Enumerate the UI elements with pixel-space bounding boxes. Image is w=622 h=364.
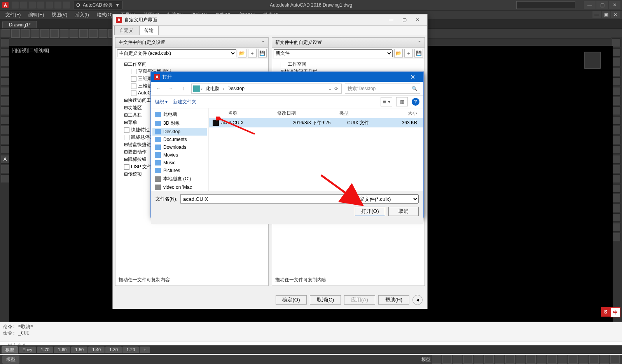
qat-saveas-icon[interactable] (37, 2, 44, 9)
tb-cut-icon[interactable] (60, 29, 68, 38)
qat-new-icon[interactable] (12, 2, 19, 9)
open-button[interactable]: 打开(O) (355, 207, 385, 216)
extend-icon[interactable] (612, 126, 620, 134)
cui-tab-customize[interactable]: 自定义 (114, 26, 138, 35)
file-row[interactable]: acad.CUIX 2016/8/3 下午9:25 CUIX 文件 363 KB (209, 118, 423, 127)
arc-icon[interactable] (1, 68, 9, 76)
edit-icon[interactable] (612, 213, 620, 222)
collapse-icon[interactable]: ⌃ (261, 40, 265, 45)
sidebar-item-desktop[interactable]: Desktop (152, 128, 207, 136)
status-anno-icon[interactable] (537, 355, 546, 364)
text-icon[interactable]: A (1, 155, 9, 164)
layout-tab[interactable]: 1-60 (54, 347, 70, 353)
cui-maximize-button[interactable]: ▢ (398, 16, 411, 24)
minimize-button[interactable]: — (584, 1, 596, 9)
menu-edit[interactable]: 编辑(E) (25, 11, 47, 19)
workspace-dropdown[interactable]: AutoCAD 经典 ▼ (73, 1, 122, 9)
qat-redo-icon[interactable] (63, 2, 70, 9)
breadcrumb[interactable]: › 此电脑 › Desktop ⌄ ⟳ (191, 84, 342, 94)
menu-view[interactable]: 视图(V) (49, 11, 70, 19)
cui-save-icon[interactable]: 💾 (414, 49, 423, 57)
status-otrack-icon[interactable] (484, 355, 494, 364)
cui-cancel-button[interactable]: 取消(C) (310, 295, 341, 305)
fillet-icon[interactable] (612, 165, 620, 173)
tb-print-icon[interactable] (31, 29, 39, 38)
rotate-icon[interactable] (612, 87, 620, 96)
chamfer-icon[interactable] (612, 155, 620, 164)
tb-block-icon[interactable] (99, 29, 107, 38)
cui-save-icon[interactable]: 💾 (258, 49, 267, 57)
layout-tab[interactable]: 1-50 (71, 347, 87, 353)
gradient-icon[interactable] (1, 174, 9, 183)
ime-indicator[interactable]: S 中 (601, 307, 620, 317)
filetype-filter[interactable]: 定义文件(*.cuix) (353, 194, 419, 204)
stretch-icon[interactable] (612, 106, 620, 115)
region-icon[interactable] (1, 136, 9, 144)
help-icon[interactable]: ? (412, 98, 419, 106)
cui-ok-button[interactable]: 确定(O) (276, 295, 307, 305)
status-model-toggle[interactable]: 模型 (421, 356, 431, 363)
nav-forward-icon[interactable]: → (166, 84, 176, 93)
status-polar-icon[interactable] (463, 355, 473, 364)
cancel-button[interactable]: 取消 (388, 207, 419, 216)
viewcube[interactable] (584, 52, 601, 69)
tb-paste-icon[interactable] (79, 29, 88, 38)
file-open-close-button[interactable]: ✕ (405, 72, 420, 82)
layout-tab-add[interactable]: + (140, 347, 150, 353)
new-folder-button[interactable]: 新建文件夹 (173, 99, 196, 105)
layout-tab[interactable]: 1-40 (88, 347, 105, 353)
cui-left-combo[interactable]: 主自定义文件 (acad.cuix) (117, 49, 236, 57)
rectangle-icon[interactable] (1, 77, 9, 86)
chevron-right-icon[interactable]: › (223, 86, 224, 91)
sidebar-item-pictures[interactable]: Pictures (152, 167, 207, 174)
mdi-close-button[interactable]: ✕ (611, 11, 620, 18)
document-tab[interactable]: Drawing1* (2, 21, 37, 28)
status-qp-icon[interactable] (516, 355, 525, 364)
close-button[interactable]: ✕ (609, 1, 620, 9)
qat-undo-icon[interactable] (54, 2, 61, 9)
layout-tab[interactable]: Ebey (19, 347, 36, 353)
cui-minimize-button[interactable]: — (384, 16, 398, 24)
status-model-label[interactable]: 模型 (2, 355, 19, 364)
menu-file[interactable]: 文件(F) (2, 11, 24, 19)
cui-expand-icon[interactable]: ◄ (412, 295, 423, 305)
tb-publish-icon[interactable] (50, 29, 59, 38)
sidebar-item-3d[interactable]: 3D 对象 (152, 119, 207, 128)
search-input[interactable]: 搜索"Desktop" 🔍 (345, 84, 420, 94)
polyline-icon[interactable] (1, 48, 9, 57)
maximize-button[interactable]: ▢ (596, 1, 608, 9)
cui-new-icon[interactable]: ＋ (248, 49, 257, 57)
explode-icon[interactable] (612, 174, 620, 183)
status-ortho-icon[interactable] (453, 355, 462, 364)
offset-icon[interactable] (612, 68, 620, 76)
help-search-input[interactable] (516, 1, 575, 9)
preview-pane-icon[interactable]: ▥ (396, 97, 408, 106)
break-icon[interactable] (612, 136, 620, 144)
sidebar-item-documents[interactable]: Documents (152, 136, 207, 143)
cui-close-button[interactable]: ✕ (411, 16, 424, 24)
layout-tab-model[interactable]: 模型 (2, 346, 18, 354)
erase-icon[interactable] (612, 184, 620, 193)
status-hw-icon[interactable] (589, 355, 599, 364)
sidebar-item-downloads[interactable]: Downloads (152, 143, 207, 151)
layout-tab[interactable]: 1-20 (122, 347, 139, 353)
menu-insert[interactable]: 插入(I) (72, 11, 92, 19)
cui-right-combo[interactable]: 新文件 (274, 49, 393, 57)
status-scale-icon[interactable] (547, 355, 557, 364)
trim-icon[interactable] (612, 116, 620, 125)
tb-open-icon[interactable] (11, 29, 20, 38)
align-icon[interactable] (612, 194, 620, 202)
status-isolate-icon[interactable] (579, 355, 588, 364)
column-type[interactable]: 类型 (335, 110, 382, 117)
sidebar-item-movies[interactable]: Movies (152, 151, 207, 159)
chevron-down-icon[interactable]: ⌄ (328, 86, 332, 91)
nav-up-icon[interactable]: ↑ (179, 84, 188, 93)
status-lwt-icon[interactable] (495, 355, 504, 364)
cui-titlebar[interactable]: A 自定义用户界面 — ▢ ✕ (113, 14, 427, 26)
table-icon[interactable] (1, 145, 9, 154)
nav-back-icon[interactable]: ← (154, 84, 163, 93)
layout-tab[interactable]: 1-30 (105, 347, 122, 353)
qat-save-icon[interactable] (29, 2, 36, 9)
sidebar-item-video[interactable]: video on 'Mac (152, 183, 207, 191)
ellipse-icon[interactable] (1, 97, 9, 105)
